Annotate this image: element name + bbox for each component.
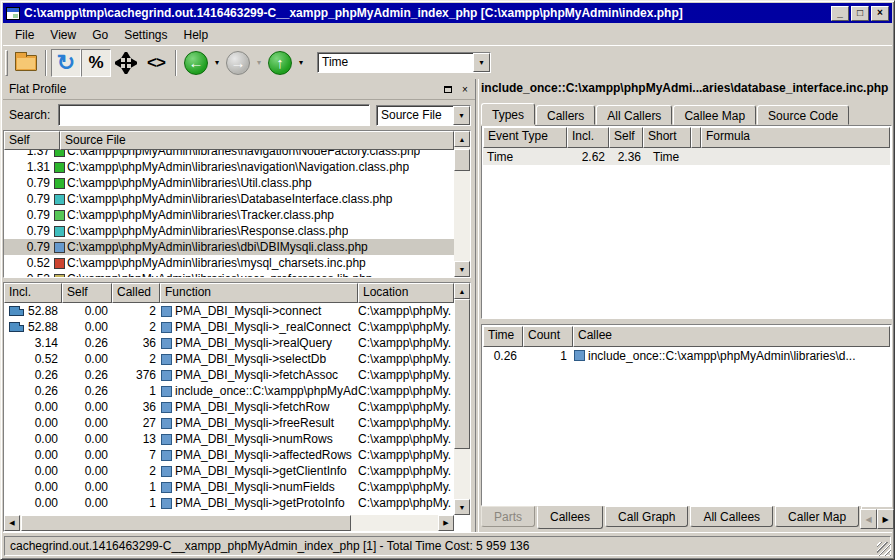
tab-callers[interactable]: Callers (536, 105, 595, 125)
table-row[interactable]: Time2.622.36Time (483, 148, 890, 165)
table-row[interactable]: 1.31C:\xampp\phpMyAdmin\libraries\naviga… (4, 159, 454, 175)
scrollbar-thumb[interactable] (454, 149, 470, 171)
column-header-called[interactable]: Called (112, 283, 160, 303)
column-header-count[interactable]: Count (523, 326, 573, 347)
back-dropdown-arrow-icon[interactable]: ▾ (211, 58, 223, 67)
forward-button[interactable]: → (223, 49, 253, 77)
tab-scroll-left-icon[interactable]: ◀ (860, 509, 877, 529)
up-button[interactable]: ↑ (265, 49, 295, 77)
cell-function: PMA_DBI_Mysqli->getClientInfo (160, 464, 358, 478)
scrollbar-thumb[interactable] (454, 299, 470, 449)
up-dropdown-arrow-icon[interactable]: ▾ (295, 58, 307, 67)
open-file-button[interactable] (11, 49, 41, 77)
column-header-function[interactable]: Function (160, 283, 358, 303)
table-row[interactable]: 0.000.001PMA_DBI_Mysqli->getProtoInfoC:\… (4, 495, 454, 511)
event-type-dropdown-icon[interactable]: ▾ (473, 53, 490, 72)
column-header-location[interactable]: Location (358, 283, 454, 303)
percent-relative-button[interactable]: % (81, 49, 111, 77)
back-button[interactable]: ← (181, 49, 211, 77)
column-header-source-file[interactable]: Source File (60, 131, 454, 150)
group-by-dropdown-icon[interactable]: ▾ (453, 106, 470, 125)
column-header-incl[interactable]: Incl. (4, 283, 62, 303)
maximize-button[interactable]: □ (851, 6, 869, 21)
menu-item-file[interactable]: File (7, 26, 42, 44)
column-header-event-type[interactable]: Event Type (483, 127, 567, 148)
tab-types[interactable]: Types (481, 103, 535, 125)
scroll-up-icon[interactable]: ▲ (454, 131, 470, 147)
event-type-select[interactable]: Time ▾ (317, 52, 491, 73)
column-header-self[interactable]: Self (4, 131, 60, 150)
tab-scroll-right-icon[interactable]: ▶ (877, 509, 894, 529)
table-row[interactable]: 52.880.002PMA_DBI_Mysqli->_realConnectC:… (4, 319, 454, 335)
menu-item-settings[interactable]: Settings (116, 26, 175, 44)
table-row[interactable]: 0.000.007PMA_DBI_Mysqli->affectedRowsC:\… (4, 447, 454, 463)
toolbar-handle[interactable] (5, 50, 8, 76)
group-by-select[interactable]: Source File ▾ (376, 105, 471, 126)
menu-item-go[interactable]: Go (84, 26, 116, 44)
table-row[interactable]: 0.520.002PMA_DBI_Mysqli->selectDbC:\xamp… (4, 351, 454, 367)
table-row[interactable]: 0.000.001PMA_DBI_Mysqli->numFieldsC:\xam… (4, 479, 454, 495)
dock-close-button[interactable]: × (458, 83, 472, 96)
tab-callees[interactable]: Callees (537, 506, 603, 529)
function-table-vscrollbar[interactable]: ▲ ▼ (454, 283, 470, 515)
tab-callee-map[interactable]: Callee Map (673, 105, 756, 125)
column-header-self[interactable]: Self (609, 127, 643, 148)
scrollbar-thumb[interactable] (21, 515, 351, 531)
dock-float-button[interactable] (441, 83, 455, 96)
table-row[interactable]: 0.52C:\xampp\phpMyAdmin\libraries\user_p… (4, 271, 454, 277)
tab-parts[interactable]: Parts (481, 506, 535, 527)
scroll-up-icon[interactable]: ▲ (454, 283, 470, 299)
cell-called: 1 (112, 384, 160, 398)
forward-dropdown-arrow-icon[interactable]: ▾ (253, 58, 265, 67)
table-row[interactable]: 0.260.261include_once::C:\xampp\phpMyAd.… (4, 383, 454, 399)
table-row[interactable]: 0.260.26376PMA_DBI_Mysqli->fetchAssocC:\… (4, 367, 454, 383)
table-row[interactable]: 52.880.002PMA_DBI_Mysqli->connectC:\xamp… (4, 303, 454, 319)
column-header-short[interactable]: Short (643, 127, 691, 148)
function-icon (161, 434, 172, 445)
scroll-down-icon[interactable]: ▼ (454, 499, 470, 515)
search-input[interactable] (58, 104, 370, 126)
cycle-detection-button[interactable]: ↻ (51, 49, 81, 77)
table-row[interactable]: 0.000.0013PMA_DBI_Mysqli->numRowsC:\xamp… (4, 431, 454, 447)
table-row[interactable]: 0.79C:\xampp\phpMyAdmin\libraries\Respon… (4, 223, 454, 239)
event-type-value: Time (318, 53, 473, 72)
tab-source-code[interactable]: Source Code (757, 105, 849, 125)
table-row[interactable]: 3.140.2636PMA_DBI_Mysqli->realQueryC:\xa… (4, 335, 454, 351)
table-row[interactable]: 0.000.0027PMA_DBI_Mysqli->freeResultC:\x… (4, 415, 454, 431)
tab-caller-map[interactable]: Caller Map (775, 506, 859, 527)
scroll-down-icon[interactable]: ▼ (454, 261, 470, 277)
table-row[interactable]: 0.79C:\xampp\phpMyAdmin\libraries\Databa… (4, 191, 454, 207)
flat-profile-header[interactable]: Flat Profile × (3, 79, 475, 100)
table-row[interactable]: 0.52C:\xampp\phpMyAdmin\libraries\mysql_… (4, 255, 454, 271)
menu-item-help[interactable]: Help (176, 26, 217, 44)
cost-bar-icon (9, 322, 24, 332)
function-table-hscrollbar[interactable]: ◀ ▶ (4, 515, 454, 531)
column-header-callee[interactable]: Callee (573, 326, 890, 347)
table-row[interactable]: 0.79C:\xampp\phpMyAdmin\libraries\dbi\DB… (4, 239, 454, 255)
tab-all-callees[interactable]: All Callees (690, 506, 773, 527)
close-button[interactable]: × (871, 6, 889, 21)
column-header-time[interactable]: Time (483, 326, 523, 347)
table-row[interactable]: 1.37C:\xampp\phpMyAdmin\libraries\naviga… (4, 150, 454, 159)
source-list-vscrollbar[interactable]: ▲ ▼ (454, 131, 470, 277)
relative-to-parent-button[interactable]: <> (141, 49, 171, 77)
title-bar[interactable]: C:\xampp\tmp\cachegrind.out.1416463299-C… (3, 3, 892, 23)
column-header-formula[interactable]: Formula (701, 127, 890, 148)
table-row[interactable]: 0.000.0036PMA_DBI_Mysqli->fetchRowC:\xam… (4, 399, 454, 415)
cell-source-file: C:\xampp\phpMyAdmin\libraries\Response.c… (67, 224, 348, 238)
resize-grip[interactable] (877, 542, 891, 556)
column-header-incl[interactable]: Incl. (567, 127, 609, 148)
scroll-left-icon[interactable]: ◀ (4, 515, 20, 531)
tab-call-graph[interactable]: Call Graph (605, 506, 688, 527)
table-row[interactable]: 0.261include_once::C:\xampp\phpMyAdmin\l… (483, 347, 890, 364)
table-row[interactable]: 0.000.002PMA_DBI_Mysqli->getClientInfoC:… (4, 463, 454, 479)
scroll-right-icon[interactable]: ▶ (438, 515, 454, 531)
table-row[interactable]: 0.79C:\xampp\phpMyAdmin\libraries\Tracke… (4, 207, 454, 223)
column-header-self[interactable]: Self (62, 283, 112, 303)
tab-all-callers[interactable]: All Callers (596, 105, 672, 125)
move-button[interactable] (111, 49, 141, 77)
menu-item-view[interactable]: View (42, 26, 84, 44)
table-row[interactable]: 0.79C:\xampp\phpMyAdmin\libraries\Util.c… (4, 175, 454, 191)
minimize-button[interactable]: _ (831, 6, 849, 21)
cell-incl: 2.62 (567, 150, 609, 164)
